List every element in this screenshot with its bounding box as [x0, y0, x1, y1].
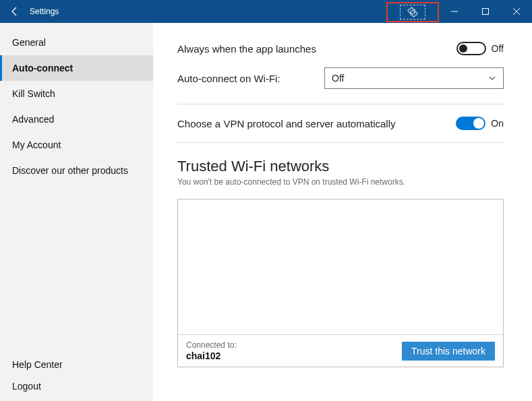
auto-wifi-value: Off: [332, 73, 344, 84]
auto-protocol-label: Choose a VPN protocol and server automat…: [177, 118, 396, 129]
sidebar-item-help-center[interactable]: Help Center: [0, 354, 153, 375]
chevron-down-icon: [488, 74, 496, 82]
gear-icon: [407, 7, 418, 18]
auto-wifi-label: Auto-connect on Wi-Fi:: [177, 73, 324, 84]
back-button[interactable]: [0, 0, 30, 23]
title-text: Settings: [30, 7, 59, 16]
always-launch-toggle[interactable]: [456, 42, 486, 55]
connected-to-label: Connected to:: [186, 340, 237, 350]
content-panel: Always when the app launches Off Auto-co…: [153, 23, 532, 401]
settings-button-highlight[interactable]: [386, 2, 439, 22]
minimize-icon: [451, 8, 458, 15]
maximize-button[interactable]: [470, 0, 501, 23]
sidebar-item-general[interactable]: General: [0, 30, 153, 55]
connected-network-name: chai102: [186, 350, 237, 361]
minimize-button[interactable]: [439, 0, 470, 23]
sidebar-item-logout[interactable]: Logout: [0, 375, 153, 397]
sidebar-item-kill-switch[interactable]: Kill Switch: [0, 81, 153, 106]
trust-network-button[interactable]: Trust this network: [402, 342, 495, 361]
always-launch-label: Always when the app launches: [177, 43, 316, 55]
trusted-subtitle: You won't be auto-connected to VPN on tr…: [177, 177, 504, 187]
close-icon: [513, 8, 520, 15]
auto-protocol-state: On: [491, 118, 504, 129]
sidebar-item-auto-connect[interactable]: Auto-connect: [0, 55, 153, 81]
auto-protocol-toggle[interactable]: [456, 117, 485, 130]
sidebar: General Auto-connect Kill Switch Advance…: [0, 23, 153, 401]
trusted-title: Trusted Wi-Fi networks: [177, 158, 504, 175]
svg-rect-0: [483, 9, 489, 15]
maximize-icon: [482, 8, 489, 15]
always-launch-state: Off: [492, 43, 504, 54]
auto-wifi-select[interactable]: Off: [324, 67, 504, 89]
trusted-networks-list: [178, 199, 503, 334]
titlebar: Settings: [0, 0, 532, 23]
sidebar-item-advanced[interactable]: Advanced: [0, 106, 153, 132]
sidebar-item-my-account[interactable]: My Account: [0, 132, 153, 158]
close-button[interactable]: [501, 0, 532, 23]
trusted-networks-box: Connected to: chai102 Trust this network: [177, 199, 504, 367]
arrow-left-icon: [9, 6, 20, 17]
sidebar-item-discover[interactable]: Discover our other products: [0, 158, 153, 183]
